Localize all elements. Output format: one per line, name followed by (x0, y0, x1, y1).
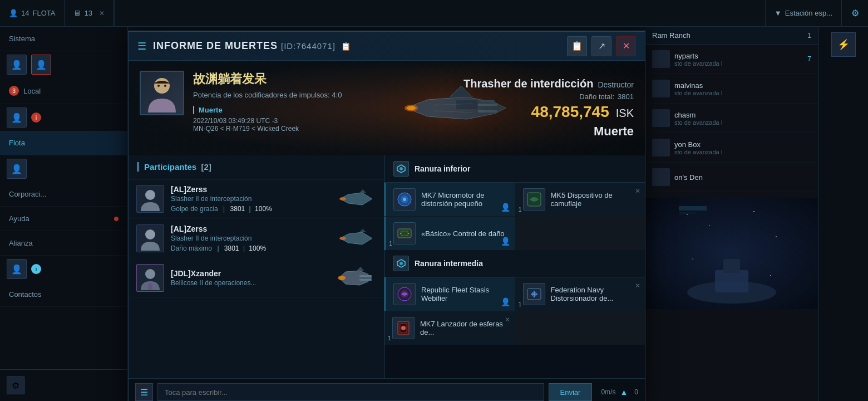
hamburger-icon[interactable]: ☰ (137, 40, 146, 52)
screen-icon: 🖥 (73, 9, 81, 17)
tab-close-icon[interactable]: ✕ (99, 9, 105, 17)
participant-percent-2: 100% (249, 244, 266, 252)
sidebar-item-ayuda[interactable]: Ayuda (0, 207, 127, 231)
eq-count-lower-3: 1 (389, 240, 392, 247)
participant-ship-img-2 (336, 224, 376, 252)
sidebar-local-avatars: 👤 i (0, 104, 127, 131)
eq-close-mid-3[interactable]: ✕ (505, 316, 510, 324)
settings-button[interactable]: ⚙ (7, 376, 24, 394)
action-btn-1[interactable]: ⚡ (831, 32, 856, 57)
sidebar-item-alianza[interactable]: Alianza (0, 231, 127, 256)
sidebar-item-flota[interactable]: Flota (0, 131, 127, 155)
footer-chat-input[interactable] (157, 383, 544, 401)
participants-title-text: Participantes (144, 162, 196, 172)
right-list-item-1[interactable]: nyparts sto de avanzada I 7 (645, 45, 818, 74)
equipment-item-mid-2[interactable]: 1 Federation Navy Distorsionador de... ✕ (515, 277, 645, 311)
station-count-1: 7 (807, 55, 811, 63)
left-sidebar: Sistema 👤 👤 3 Local 👤 i Flota 👤 Corporac… (0, 27, 128, 401)
share-icon: ↗ (598, 41, 605, 51)
station-select[interactable]: ▼ Estación esp... (765, 0, 841, 26)
svg-rect-30 (359, 279, 372, 281)
right-list-item-3[interactable]: chasm sto de avanzada I (645, 104, 818, 133)
settings-icon: ⚙ (12, 380, 19, 391)
participant-row-3[interactable]: [JDL]Xzander Bellicose II de operaciones… (129, 258, 384, 298)
station-info-1: nyparts sto de avanzada I (674, 52, 723, 67)
sidebar-item-sistema[interactable]: Sistema (0, 27, 127, 51)
eq-name-lower-1: MK7 Micromotor de distorsión pequeño (421, 191, 507, 208)
eq-name-mid-3: MK7 Lanzador de esferas de... (420, 320, 507, 336)
eq-close-mid-2[interactable]: ✕ (635, 282, 640, 290)
sidebar-local-label: Local (23, 87, 41, 95)
copy-icon[interactable]: 📋 (341, 42, 351, 51)
modal-close-button[interactable]: ✕ (616, 36, 636, 56)
eq-icon-lower-2 (523, 188, 545, 211)
sidebar-item-contactos[interactable]: Contactos (0, 282, 127, 307)
right-sidebar: ⚡ (818, 27, 868, 401)
footer-menu-icon[interactable]: ☰ (135, 383, 153, 401)
participants-panel: Participantes [2] [AL]Zerss Slasher II d… (129, 155, 384, 378)
filter-button[interactable]: ⚙ (841, 0, 868, 26)
svg-point-33 (400, 167, 403, 170)
svg-rect-8 (723, 259, 740, 273)
equipment-user-icon-mid-1: 👤 (501, 297, 510, 306)
eq-name-lower-3: «Básico» Control de daño (421, 229, 505, 238)
participants-count: [2] (201, 162, 211, 172)
participant-row-1[interactable]: [AL]Zerss Slasher II de interceptación G… (129, 179, 384, 219)
avatar-1: 👤 (7, 55, 27, 75)
sidebar-ayuda-label: Ayuda (9, 214, 29, 223)
eq-icon-mid-2 (523, 283, 545, 305)
sidebar-item-local[interactable]: 3 Local (0, 78, 127, 104)
equipment-user-icon-3: 👤 (501, 237, 510, 246)
eq-icon-lower-3 (393, 222, 416, 244)
participant-stat-label-2: Daño máximo (171, 244, 212, 252)
participant-ship-2: Slasher II de interceptación (171, 234, 329, 242)
game-scene-svg (676, 203, 787, 304)
station-name-4: yon Box (674, 140, 723, 149)
mid-slot-icon (393, 256, 409, 271)
station-name-3: chasm (674, 111, 723, 119)
station-icon-1 (652, 50, 670, 68)
sidebar-flota-label: Flota (9, 139, 25, 147)
victim-name: 故渊躺着发呆 (193, 71, 634, 87)
eq-count-lower-2: 1 (519, 206, 522, 213)
equipment-item-lower-3[interactable]: 1 «Básico» Control de daño 👤 (384, 217, 515, 250)
station-info-2: malvinas sto de avanzada I (674, 81, 723, 96)
participant-info-2: [AL]Zerss Slasher II de interceptación D… (171, 224, 329, 252)
right-list-item-4[interactable]: yon Box sto de avanzada I (645, 133, 818, 163)
victim-datetime: 2022/10/03 03:49:28 UTC -3 (193, 117, 634, 125)
right-list-item-5[interactable]: on's Den (645, 163, 818, 192)
svg-point-21 (157, 85, 160, 87)
participant-damage-1: 3801 (230, 205, 245, 213)
filter-icon: ⚙ (851, 8, 859, 18)
eq-close-lower-2[interactable]: ✕ (635, 187, 640, 195)
lower-slot-icon (393, 161, 409, 177)
victim-info: 故渊躺着发呆 Potencia de los codificadores de … (193, 71, 634, 133)
modal-clipboard-button[interactable]: 📋 (567, 36, 587, 56)
modal-body: Participantes [2] [AL]Zerss Slasher II d… (129, 155, 645, 378)
svg-point-20 (154, 78, 170, 94)
modal-share-button[interactable]: ↗ (591, 36, 611, 56)
avatar-2: 👤 (31, 55, 51, 75)
participant-ship-3: Bellicose II de operaciones... (171, 279, 329, 287)
top-bar: 👤 14 FLOTA 🖥 13 ✕ ▼ Estación esp... ⚙ (0, 0, 868, 27)
speed-display: 0m/s (601, 388, 615, 396)
right-station-panel: Ram Ranch 1 nyparts sto de avanzada I 7 … (645, 27, 818, 309)
equipment-item-lower-2[interactable]: 1 MK5 Dispositivo de camuflaje ✕ (515, 183, 645, 216)
equipment-panel: Ranura inferior MK7 Micromotor de distor… (384, 155, 645, 378)
participant-row-2[interactable]: [AL]Zerss Slasher II de interceptación D… (129, 219, 384, 258)
tab-people[interactable]: 👤 14 FLOTA (0, 0, 65, 26)
tab-screen[interactable]: 🖥 13 ✕ (65, 0, 114, 26)
equipment-item-lower-1[interactable]: MK7 Micromotor de distorsión pequeño 👤 (384, 183, 515, 216)
station-icon-2 (652, 80, 670, 97)
station-icon-3 (652, 109, 670, 127)
sidebar-item-corp[interactable]: Corporaci... (0, 182, 127, 207)
right-list-item-2[interactable]: malvinas sto de avanzada I (645, 74, 818, 104)
equipment-item-mid-1[interactable]: Republic Fleet Stasis Webifier 👤 (384, 277, 515, 311)
right-panel-header: Ram Ranch 1 (645, 27, 818, 45)
footer-send-button[interactable]: Enviar (549, 383, 593, 401)
clipboard-icon: 📋 (571, 41, 583, 51)
people-count: 14 (21, 9, 29, 17)
svg-point-23 (145, 190, 155, 200)
speed-secondary: 0 (634, 388, 638, 396)
equipment-item-mid-3[interactable]: 1 MK7 Lanzador de esferas de... ✕ (384, 311, 515, 345)
